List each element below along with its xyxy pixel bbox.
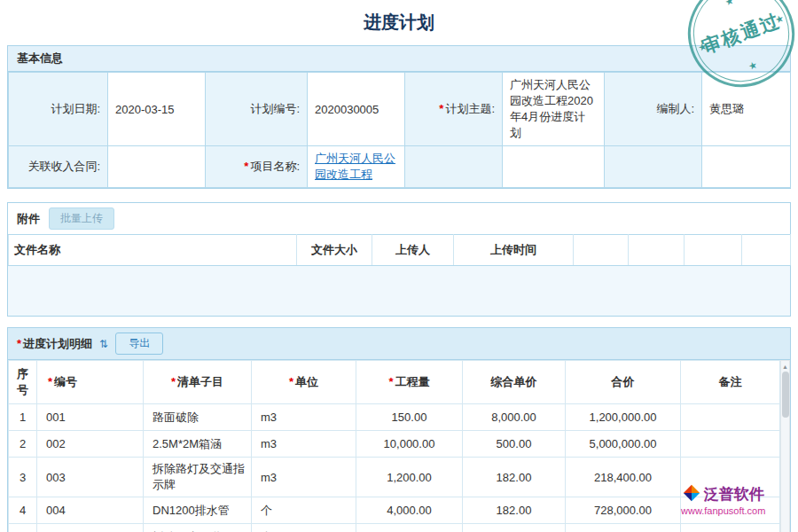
batch-upload-button[interactable]: 批量上传	[49, 207, 114, 230]
cell-price: 182.00	[463, 458, 566, 497]
author-label-text: 编制人:	[656, 102, 694, 115]
export-button[interactable]: 导出	[115, 332, 163, 355]
basic-info-section-header: 基本信息	[8, 46, 790, 72]
table-scrollbar[interactable]: ▲	[780, 360, 790, 532]
plan-subject-label-text: 计划主题:	[445, 102, 495, 115]
details-table: 序号 *编号 *清单子目 *单位 *工程量 综合单价 合价 备注 1 001 路…	[8, 360, 780, 532]
cell-total: 728,000.00	[566, 497, 681, 524]
cell-qty: 150.00	[356, 404, 463, 431]
cell-total: 218,400.00	[566, 458, 681, 497]
table-row[interactable]: 3 003 拆除路灯及交通指示牌 m3 1,200.00 182.00 218,…	[9, 458, 780, 497]
cell-seq: 2	[9, 431, 37, 458]
required-marker: *	[388, 375, 393, 388]
cell-price: 50.00	[463, 524, 566, 532]
empty-value-cell	[702, 146, 791, 188]
col-total-text: 合价	[612, 375, 635, 388]
cell-code: 002	[37, 431, 144, 458]
details-header-row: 序号 *编号 *清单子目 *单位 *工程量 综合单价 合价 备注	[9, 361, 780, 404]
scrollbar-thumb[interactable]	[782, 372, 789, 418]
cell-item: 2.5M*2M箱涵	[144, 431, 252, 458]
author-label: 编制人:	[605, 73, 702, 146]
cell-code: 003	[37, 458, 144, 497]
cell-seq: 5	[9, 524, 37, 532]
vendor-brand: 泛普软件 www.fanpusoft.com	[681, 484, 765, 516]
project-name-cell: 广州天河人民公园改造工程	[308, 146, 405, 188]
cell-qty: 1,200.00	[356, 458, 463, 497]
cell-remark	[681, 431, 780, 458]
table-row[interactable]: 5 005 拆除雨水管道 个 5,000.00 50.00 250,000.00	[9, 524, 780, 532]
cell-qty: 5,000.00	[356, 524, 463, 532]
plan-subject-value: 广州天河人民公园改造工程2020年4月份进度计划	[503, 73, 605, 146]
col-item: *清单子目	[144, 361, 252, 404]
attach-col-empty	[742, 235, 791, 266]
vendor-url[interactable]: www.fanpusoft.com	[681, 505, 765, 516]
details-table-wrap: 序号 *编号 *清单子目 *单位 *工程量 综合单价 合价 备注 1 001 路…	[8, 360, 790, 532]
table-row[interactable]: 1 001 路面破除 m3 150.00 8,000.00 1,200,000.…	[9, 404, 780, 431]
related-contract-label: 关联收入合同:	[9, 146, 108, 188]
required-marker: *	[244, 160, 248, 173]
attachments-empty-body	[8, 266, 790, 316]
col-qty: *工程量	[356, 361, 463, 404]
col-seq-text: 序号	[17, 367, 28, 396]
attachments-title: 附件	[17, 211, 40, 227]
details-section: *进度计划明细 ⇅ 导出 序号 *编号 *清单子目 *单位 *工程量 综合单价 …	[7, 327, 791, 532]
attachments-titlebar: 附件 批量上传	[8, 203, 790, 234]
cell-seq: 3	[9, 458, 37, 497]
plan-subject-label: *计划主题:	[405, 73, 503, 146]
project-name-label: *项目名称:	[206, 146, 308, 188]
col-total: 合价	[566, 361, 681, 404]
basic-info-table: 计划日期: 2020-03-15 计划编号: 2020030005 *计划主题:…	[8, 72, 791, 188]
attach-col-uploader: 上传人	[372, 235, 454, 266]
empty-label-cell	[405, 146, 503, 188]
plan-date-value: 2020-03-15	[108, 73, 206, 146]
col-code: *编号	[37, 361, 144, 404]
plan-date-label: 计划日期:	[9, 73, 108, 146]
col-qty-text: 工程量	[395, 375, 430, 388]
cell-code: 005	[37, 524, 144, 532]
required-marker: *	[48, 375, 52, 388]
col-price-text: 综合单价	[491, 375, 537, 388]
col-seq: 序号	[9, 361, 37, 404]
attachments-section: 附件 批量上传 文件名称 文件大小 上传人 上传时间	[7, 202, 791, 317]
cell-code: 004	[37, 497, 144, 524]
required-marker: *	[439, 102, 443, 115]
related-contract-label-text: 关联收入合同:	[27, 160, 100, 173]
cell-unit: m3	[252, 431, 356, 458]
project-name-link[interactable]: 广州天河人民公园改造工程	[315, 152, 395, 181]
cell-qty: 4,000.00	[356, 497, 463, 524]
col-unit: *单位	[252, 361, 356, 404]
required-marker: *	[17, 337, 21, 350]
cell-remark	[681, 524, 780, 532]
cell-seq: 4	[9, 497, 37, 524]
details-title: *进度计划明细	[17, 336, 92, 352]
col-item-text: 清单子目	[177, 375, 223, 388]
attach-col-filename: 文件名称	[9, 235, 297, 266]
empty-label-cell	[605, 146, 702, 188]
plan-no-value: 2020030005	[308, 73, 405, 146]
attachments-table: 文件名称 文件大小 上传人 上传时间	[8, 234, 791, 266]
cell-total: 250,000.00	[566, 524, 681, 532]
sort-icon[interactable]: ⇅	[99, 338, 108, 350]
col-unit-text: 单位	[295, 375, 318, 388]
cell-unit: m3	[252, 458, 356, 497]
cell-item: 拆除路灯及交通指示牌	[144, 458, 252, 497]
table-row[interactable]: 4 004 DN1200排水管 个 4,000.00 182.00 728,00…	[9, 497, 780, 524]
col-remark: 备注	[681, 361, 780, 404]
cell-unit: 个	[252, 524, 356, 532]
page-title: 进度计划	[0, 0, 798, 43]
required-marker: *	[171, 375, 176, 388]
cell-unit: m3	[252, 404, 356, 431]
table-row[interactable]: 2 002 2.5M*2M箱涵 m3 10,000.00 500.00 5,00…	[9, 431, 780, 458]
cell-unit: 个	[252, 497, 356, 524]
cell-price: 500.00	[463, 431, 566, 458]
attach-col-empty	[629, 235, 685, 266]
scroll-up-icon[interactable]: ▲	[782, 361, 788, 372]
cell-qty: 10,000.00	[356, 431, 463, 458]
required-marker: *	[289, 375, 293, 388]
attach-col-empty	[685, 235, 742, 266]
col-remark-text: 备注	[719, 375, 742, 388]
cell-price: 8,000.00	[463, 404, 566, 431]
cell-price: 182.00	[463, 497, 566, 524]
cell-item: 路面破除	[144, 404, 252, 431]
cell-total: 5,000,000.00	[566, 431, 681, 458]
